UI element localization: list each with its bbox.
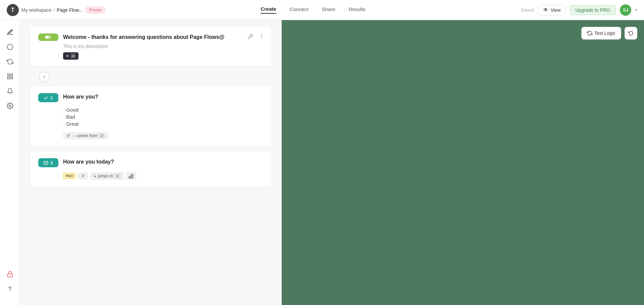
q2-sync-badge[interactable]: ↺ <box>78 172 88 180</box>
q1-options: Good Bad Great <box>63 106 263 127</box>
breadcrumb-page[interactable]: Page Flow... <box>57 7 83 13</box>
breadcrumb-separator: / <box>53 7 55 13</box>
eye-icon: 👁 <box>543 7 548 13</box>
sidebar-icon-bell[interactable] <box>3 84 17 98</box>
welcome-badge <box>38 34 58 41</box>
refresh-icon <box>628 30 634 36</box>
jumps-to-label: jumps to <box>98 174 113 178</box>
help-label: ? <box>8 286 12 292</box>
breadcrumb: My workspace / Page Flow... <box>21 7 83 13</box>
view-label: View <box>550 7 560 13</box>
svg-rect-7 <box>46 36 49 39</box>
top-navigation: T My workspace / Page Flow... Private Cr… <box>0 0 644 20</box>
jumps-arrow-icon: ↳ <box>93 174 97 178</box>
jumps-to-num: 1 <box>114 174 120 178</box>
nav-links: Create Connect Share Results <box>108 6 518 14</box>
svg-rect-5 <box>7 274 12 277</box>
q1-badge: 1 <box>38 93 58 102</box>
comes-from-number: 2 <box>99 133 105 138</box>
q1-header: 1 How are you? <box>38 93 263 102</box>
sidebar-icon-lock[interactable] <box>3 267 17 281</box>
svg-rect-2 <box>7 77 9 79</box>
sidebar-icon-sync[interactable] <box>3 55 17 68</box>
sidebar-icon-settings[interactable] <box>3 99 17 113</box>
topnav-right: Saved 👁 View Upgrade to PRO SJ ▾ <box>521 4 637 16</box>
q1-logic-row: ↺ → comes from 2 <box>63 132 263 139</box>
welcome-card: Welcome - thanks for answering questions… <box>30 27 271 66</box>
question-1-card: 1 How are you? Good Bad Great ↺ → comes … <box>30 86 271 146</box>
tag-icon: ✕ <box>66 54 69 58</box>
avatar[interactable]: SJ <box>620 4 631 16</box>
svg-rect-1 <box>10 74 12 76</box>
option-bad: Bad <box>63 113 263 120</box>
q2-logic-row: PRO ↺ ↳ jumps to 1 <box>63 172 263 180</box>
more-options-button[interactable] <box>257 32 266 42</box>
chevron-down-icon[interactable]: ▾ <box>635 8 637 12</box>
left-sidebar: ? <box>0 20 20 305</box>
q2-sync-icon: ↺ <box>81 174 85 178</box>
content-panel: Welcome - thanks for answering questions… <box>20 20 282 305</box>
tag-remove-1[interactable]: ✕ <box>70 53 76 59</box>
option-great: Great <box>63 120 263 127</box>
welcome-card-description: This is my description <box>63 44 263 49</box>
main-layout: ? Welcome - thanks for answering questio… <box>0 20 644 305</box>
nav-share[interactable]: Share <box>322 6 335 13</box>
svg-rect-14 <box>130 175 131 178</box>
sidebar-icon-help[interactable]: ? <box>3 282 17 296</box>
q2-badge-number: 2 <box>50 160 53 165</box>
logic-sync-icon: ↺ <box>66 133 70 138</box>
option-good: Good <box>63 106 263 113</box>
saved-label: Saved <box>521 7 534 13</box>
refresh-button[interactable] <box>625 27 637 40</box>
test-logic-icon <box>587 30 592 36</box>
question-2-card: 2 How are you today? PRO ↺ ↳ jumps to 1 <box>30 151 271 187</box>
svg-rect-3 <box>10 77 12 79</box>
svg-rect-15 <box>132 174 133 178</box>
svg-point-4 <box>9 105 11 107</box>
logic-arrow-icon: → <box>71 133 75 138</box>
wrench-button[interactable] <box>246 32 255 42</box>
sidebar-icon-drop[interactable] <box>3 40 17 54</box>
check-icon <box>44 96 48 100</box>
test-logic-button[interactable]: Test Logic <box>581 27 621 40</box>
q1-title: How are you? <box>63 93 263 101</box>
q2-header: 2 How are you today? <box>38 158 263 167</box>
welcome-card-actions <box>246 32 266 42</box>
tag-1[interactable]: ✕ ✕ <box>63 52 78 60</box>
right-panel: Test Logic <box>282 20 644 305</box>
wrench-icon <box>247 34 253 40</box>
comes-from-badge[interactable]: ↺ → comes from 2 <box>63 132 108 139</box>
chart-button[interactable] <box>126 172 137 180</box>
q2-title: How are you today? <box>63 158 263 166</box>
svg-rect-0 <box>7 74 9 76</box>
view-button[interactable]: 👁 View <box>538 5 566 15</box>
sidebar-icon-pencil[interactable] <box>3 25 17 39</box>
upgrade-button[interactable]: Upgrade to PRO <box>570 5 616 15</box>
workspace-logo[interactable]: T <box>7 4 19 16</box>
svg-rect-8 <box>51 37 51 38</box>
nav-create[interactable]: Create <box>261 6 276 14</box>
welcome-card-tags: ✕ ✕ <box>63 52 263 60</box>
battery-icon <box>45 36 51 39</box>
email-icon <box>44 161 48 165</box>
q2-badge: 2 <box>38 158 58 167</box>
welcome-card-header: Welcome - thanks for answering questions… <box>38 34 263 41</box>
jumps-to-badge[interactable]: ↳ jumps to 1 <box>90 172 124 180</box>
sidebar-icon-grid[interactable] <box>3 70 17 83</box>
pro-badge: PRO <box>63 173 76 179</box>
svg-point-10 <box>261 36 262 37</box>
bar-chart-icon <box>128 173 134 179</box>
breadcrumb-workspace[interactable]: My workspace <box>21 7 51 13</box>
svg-rect-13 <box>129 177 130 178</box>
welcome-card-title: Welcome - thanks for answering questions… <box>63 34 263 41</box>
svg-point-11 <box>261 38 262 39</box>
q1-badge-number: 1 <box>50 95 53 100</box>
dots-icon <box>259 34 265 40</box>
right-panel-buttons: Test Logic <box>581 27 637 40</box>
nav-results[interactable]: Results <box>349 6 366 13</box>
test-logic-label: Test Logic <box>594 30 615 36</box>
private-badge: Private <box>85 7 105 13</box>
comes-from-label: comes from <box>76 133 98 138</box>
nav-connect[interactable]: Connect <box>290 6 309 13</box>
add-question-button[interactable]: + <box>39 72 50 82</box>
